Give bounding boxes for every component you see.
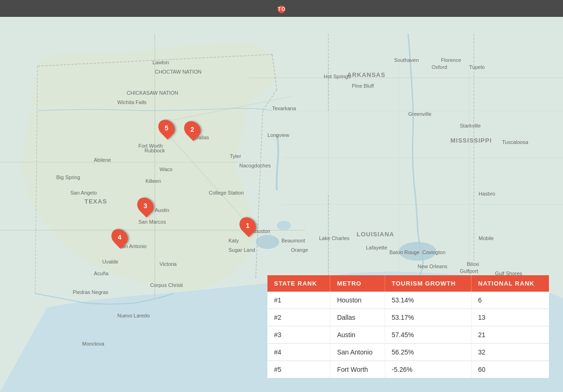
table-cell-tourism_growth: 57.45% — [385, 326, 471, 344]
table-cell-metro: Houston — [330, 292, 385, 309]
map-pin-dallas: 2 — [185, 121, 200, 138]
table-cell-state_rank: #1 — [267, 292, 330, 309]
table-cell-tourism_growth: 56.25% — [385, 344, 471, 361]
logo: to — [277, 4, 286, 13]
svg-point-22 — [256, 235, 279, 249]
svg-point-23 — [399, 242, 436, 261]
table-cell-national_rank: 21 — [472, 326, 549, 344]
table-cell-metro: San Antonio — [330, 344, 385, 361]
map-pin-fort worth: 5 — [159, 119, 174, 137]
table-cell-state_rank: #2 — [267, 309, 330, 326]
table-row: #4San Antonio56.25%32 — [267, 344, 549, 361]
table-row: #5Fort Worth-5.26%60 — [267, 361, 549, 378]
table-cell-national_rank: 6 — [472, 292, 549, 309]
table-row: #2Dallas53.17%13 — [267, 309, 549, 326]
table-cell-state_rank: #5 — [267, 361, 330, 378]
table-row: #1Houston53.14%6 — [267, 292, 549, 309]
table-header-cell: STATE RANK — [267, 275, 330, 292]
map-pin-san antonio: 4 — [112, 228, 127, 246]
table-cell-tourism_growth: 53.14% — [385, 292, 471, 309]
table-header-cell: METRO — [330, 275, 385, 292]
map-pin-houston: 1 — [240, 217, 255, 234]
table-header-cell: TOURISM GROWTH — [385, 275, 471, 292]
pin-number: 5 — [165, 124, 168, 132]
table-cell-tourism_growth: -5.26% — [385, 361, 471, 378]
pin-number: 4 — [118, 234, 122, 241]
table-cell-national_rank: 60 — [472, 361, 549, 378]
table-cell-state_rank: #3 — [267, 326, 330, 344]
table-row: #3Austin57.45%21 — [267, 326, 549, 344]
table-cell-tourism_growth: 53.17% — [385, 309, 471, 326]
data-table: STATE RANKMETROTOURISM GROWTHNATIONAL RA… — [267, 275, 549, 378]
table-cell-national_rank: 32 — [472, 344, 549, 361]
header: to — [0, 0, 563, 17]
svg-point-21 — [277, 221, 291, 230]
pin-number: 1 — [246, 222, 250, 229]
table-cell-metro: Fort Worth — [330, 361, 385, 378]
table-cell-metro: Austin — [330, 326, 385, 344]
table-header-row: STATE RANKMETROTOURISM GROWTHNATIONAL RA… — [267, 275, 549, 292]
pin-number: 3 — [144, 202, 147, 210]
table-body: #1Houston53.14%6#2Dallas53.17%13#3Austin… — [267, 292, 549, 378]
map-pin-austin: 3 — [138, 197, 153, 215]
table-cell-state_rank: #4 — [267, 344, 330, 361]
table-header-cell: NATIONAL RANK — [472, 275, 549, 292]
table-cell-national_rank: 13 — [472, 309, 549, 326]
logo-to-icon: to — [278, 6, 285, 13]
map: TEXASARKANSASLOUISIANAMISSISSIPPICHOCTAW… — [0, 17, 563, 392]
pin-number: 2 — [190, 126, 194, 133]
table-cell-metro: Dallas — [330, 309, 385, 326]
